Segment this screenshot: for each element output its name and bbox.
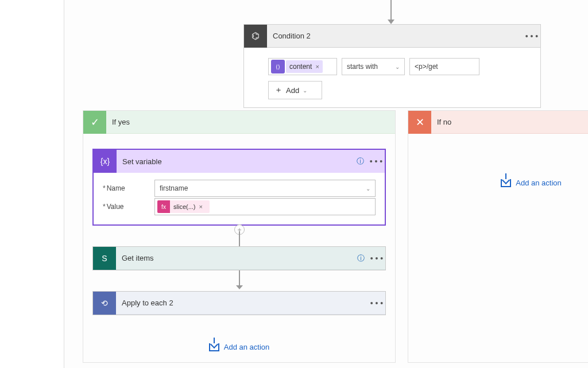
- remove-token-icon[interactable]: ×: [199, 203, 206, 210]
- add-action-icon: [501, 179, 511, 187]
- apply-to-each-header[interactable]: ⟲ Apply to each 2 • • •: [93, 292, 385, 315]
- condition-value-input[interactable]: [409, 58, 479, 75]
- help-icon[interactable]: ⓘ: [357, 156, 368, 166]
- get-items-title: Get items: [116, 254, 357, 262]
- if-no-branch: ✕ If no Add an action: [408, 110, 588, 363]
- flow-arrow-into-condition: [390, 0, 392, 20]
- apply-to-each-title: Apply to each 2: [116, 299, 368, 307]
- chevron-down-icon: ⌄: [366, 185, 370, 192]
- set-variable-body: Name firstname ⌄ Value fx slice(...) ×: [94, 173, 385, 224]
- plus-icon: ＋: [274, 85, 283, 95]
- condition-row: ⟨⟩ content × starts with ⌄: [268, 58, 524, 75]
- set-variable-title: Set variable: [117, 157, 357, 166]
- add-an-action-button[interactable]: Add an action: [408, 179, 588, 187]
- chevron-down-icon: ⌄: [303, 87, 307, 94]
- help-icon[interactable]: ⓘ: [357, 253, 368, 264]
- chevron-down-icon: ⌄: [395, 64, 400, 70]
- check-icon: ✓: [83, 111, 106, 134]
- condition-left-operand[interactable]: ⟨⟩ content ×: [268, 58, 337, 75]
- panel-strip: [0, 0, 64, 368]
- sharepoint-icon: S: [93, 247, 116, 270]
- token-label: content: [286, 63, 315, 71]
- if-no-header[interactable]: ✕ If no: [408, 111, 588, 134]
- flow-arrow: [239, 270, 240, 285]
- fx-icon: fx: [157, 200, 170, 213]
- add-label: Add: [286, 86, 299, 95]
- condition-operator-select[interactable]: starts with ⌄: [342, 58, 405, 75]
- expression-label: slice(...): [170, 203, 199, 210]
- variable-value-input[interactable]: fx slice(...) ×: [154, 198, 376, 215]
- set-variable-action[interactable]: {x} Set variable ⓘ • • • Name firstname …: [92, 149, 386, 226]
- condition-body: ⟨⟩ content × starts with ⌄ ＋ Add ⌄: [244, 48, 540, 107]
- condition-add-button[interactable]: ＋ Add ⌄: [268, 81, 322, 99]
- add-action-label: Add an action: [516, 179, 562, 187]
- value-label: Value: [103, 203, 154, 211]
- add-action-label: Add an action: [224, 343, 270, 351]
- action-menu-icon[interactable]: • • •: [368, 299, 385, 308]
- action-menu-icon[interactable]: • • •: [368, 157, 385, 166]
- variable-name-select[interactable]: firstname ⌄: [154, 180, 376, 197]
- action-menu-icon[interactable]: • • •: [368, 254, 385, 263]
- condition-icon: ⌬: [244, 25, 267, 48]
- remove-token-icon[interactable]: ×: [315, 63, 322, 70]
- panel-strip-inner: [7, 0, 64, 368]
- operator-label: starts with: [347, 63, 378, 71]
- loop-icon: ⟲: [93, 292, 116, 315]
- get-items-action[interactable]: S Get items ⓘ • • •: [92, 246, 386, 270]
- condition-card[interactable]: ⌬ Condition 2 • • • ⟨⟩ content × starts …: [243, 24, 541, 108]
- if-yes-title: If yes: [106, 118, 130, 126]
- set-variable-header[interactable]: {x} Set variable ⓘ • • •: [94, 150, 385, 173]
- variable-icon: {x}: [94, 150, 117, 173]
- get-items-header[interactable]: S Get items ⓘ • • •: [93, 247, 385, 270]
- flow-canvas: ⌬ Condition 2 • • • ⟨⟩ content × starts …: [65, 0, 588, 368]
- flow-arrow: [239, 231, 240, 246]
- close-icon: ✕: [408, 111, 431, 134]
- if-yes-branch: ✓ If yes {x} Set variable ⓘ • • • Name f…: [83, 110, 396, 363]
- name-label: Name: [103, 184, 154, 192]
- condition-header[interactable]: ⌬ Condition 2 • • •: [244, 25, 540, 48]
- if-yes-header[interactable]: ✓ If yes: [83, 111, 395, 134]
- apply-to-each-action[interactable]: ⟲ Apply to each 2 • • •: [92, 291, 386, 315]
- condition-menu-icon[interactable]: • • •: [523, 32, 540, 41]
- add-action-icon: [209, 343, 219, 351]
- dynamic-content-icon: ⟨⟩: [271, 60, 285, 73]
- add-an-action-button[interactable]: Add an action: [83, 343, 395, 351]
- if-no-title: If no: [431, 118, 451, 126]
- expression-token[interactable]: fx slice(...) ×: [157, 200, 210, 213]
- variable-name-value: firstname: [160, 184, 188, 192]
- condition-title: Condition 2: [267, 32, 523, 40]
